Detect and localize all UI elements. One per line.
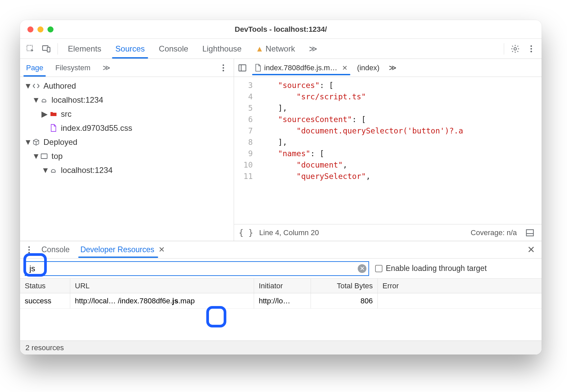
drawer-tab-console[interactable]: Console [36, 242, 75, 258]
tabs-overflow[interactable]: ≫ [303, 39, 323, 58]
cell-bytes: 806 [311, 293, 378, 308]
lineno: 11 [234, 171, 253, 182]
main-toolbar: Elements Sources Console Lighthouse ▲Net… [20, 39, 542, 59]
tree-label: localhost:1234 [51, 95, 103, 105]
drawer: Console Developer Resources ✕ ✕ ✕ Enable… [20, 241, 542, 355]
devres-footer: 2 resources [20, 340, 542, 355]
subtabs-overflow[interactable]: ≫ [97, 60, 116, 76]
col-total-bytes[interactable]: Total Bytes [311, 279, 378, 293]
col-error[interactable]: Error [378, 279, 542, 293]
checkbox-icon [375, 265, 382, 272]
svg-point-7 [223, 64, 224, 66]
enable-loading-checkbox[interactable]: Enable loading through target [375, 264, 487, 273]
tree-authored[interactable]: ▼Authored [20, 79, 234, 93]
tab-network[interactable]: ▲Network [250, 39, 301, 58]
settings-icon[interactable] [508, 42, 522, 56]
drawer-tab-label: Developer Resources [80, 245, 154, 254]
lineno: 8 [234, 136, 253, 148]
kebab-menu-icon[interactable] [524, 42, 538, 56]
tab-lighthouse[interactable]: Lighthouse [196, 39, 247, 58]
svg-point-15 [28, 246, 30, 248]
tab-console[interactable]: Console [153, 39, 194, 58]
svg-point-5 [531, 48, 532, 50]
code-content: "sources": [ "src/script.ts" ], "sources… [257, 77, 463, 224]
svg-rect-13 [527, 229, 534, 236]
cell-url: http://local… /index.7808df6e.js.map [70, 293, 254, 308]
cell-initiator: http://lo… [254, 293, 311, 308]
file-tab-active[interactable]: index.7808df6e.js.m… ✕ [251, 61, 352, 75]
tab-elements[interactable]: Elements [62, 39, 107, 58]
svg-point-3 [514, 47, 516, 50]
drawer-tabs: Console Developer Resources ✕ ✕ [20, 241, 542, 259]
sources-body: ▼Authored ▼localhost:1234 ▶src index.d97… [20, 77, 542, 241]
tree-label: Authored [43, 81, 76, 91]
tab-sources[interactable]: Sources [109, 39, 151, 58]
drawer-tab-devres[interactable]: Developer Resources ✕ [75, 242, 170, 258]
tree-folder-src[interactable]: ▶src [20, 107, 234, 121]
format-brackets-icon[interactable]: { } [239, 228, 253, 237]
inspect-element-icon[interactable] [23, 42, 37, 56]
file-tab-label: index.7808df6e.js.m… [264, 64, 337, 72]
svg-rect-12 [41, 154, 47, 159]
subtab-filesystem[interactable]: Filesystem [49, 60, 96, 76]
tree-host-deployed[interactable]: ▼localhost:1234 [20, 163, 234, 177]
svg-rect-2 [47, 47, 50, 52]
close-tab-icon[interactable]: ✕ [342, 64, 348, 72]
lineno: 3 [234, 80, 253, 91]
lineno: 7 [234, 125, 253, 136]
warning-icon: ▲ [256, 44, 264, 53]
svg-point-9 [223, 70, 224, 71]
lineno: 4 [234, 91, 253, 102]
devtools-window: DevTools - localhost:1234/ Elements Sour… [20, 20, 542, 355]
lineno: 9 [234, 148, 253, 159]
toggle-navigator-icon[interactable] [235, 61, 249, 75]
navigator-tabs: Page Filesystem ≫ [20, 59, 234, 77]
tree-top[interactable]: ▼top [20, 149, 234, 163]
col-url[interactable]: URL [70, 279, 254, 293]
tab-network-label: Network [265, 44, 295, 53]
titlebar: DevTools - localhost:1234/ [20, 20, 542, 39]
editor-tabs-overflow[interactable]: ≫ [385, 61, 401, 75]
tree-label: top [51, 152, 63, 161]
tree-label: Deployed [43, 137, 77, 147]
svg-point-17 [28, 252, 30, 253]
editor-tabs: index.7808df6e.js.m… ✕ (index) ≫ [234, 59, 542, 77]
svg-point-8 [223, 67, 224, 69]
devres-table-header: Status URL Initiator Total Bytes Error [20, 279, 542, 293]
line-gutter: 3 4 5 6 7 8 9 10 11 [234, 77, 257, 224]
editor-panel: 3 4 5 6 7 8 9 10 11 "sources": [ "src/sc… [234, 77, 542, 241]
secondary-toolbar: Page Filesystem ≫ index.7808df6e.js.m… ✕… [20, 59, 542, 77]
cell-status: success [20, 293, 70, 308]
tree-file-css[interactable]: index.d9703d55.css [20, 121, 234, 135]
tree-label: src [61, 109, 72, 119]
subtab-page[interactable]: Page [20, 60, 49, 76]
table-row[interactable]: success http://local… /index.7808df6e.js… [20, 293, 542, 309]
checkbox-label: Enable loading through target [386, 264, 487, 273]
editor-statusbar: { } Line 4, Column 20 Coverage: n/a [234, 224, 542, 241]
drawer-menu-icon[interactable] [22, 243, 36, 257]
svg-rect-10 [239, 65, 246, 71]
close-drawer-icon[interactable]: ✕ [523, 244, 540, 255]
svg-point-6 [531, 51, 532, 52]
col-status[interactable]: Status [20, 279, 70, 293]
lineno: 5 [234, 102, 253, 114]
divider [58, 43, 58, 55]
device-toolbar-icon[interactable] [39, 42, 53, 56]
filter-input[interactable] [25, 261, 369, 276]
col-initiator[interactable]: Initiator [254, 279, 311, 293]
svg-point-4 [531, 45, 532, 47]
devres-table-body: success http://local… /index.7808df6e.js… [20, 293, 542, 340]
close-tab-icon[interactable]: ✕ [158, 245, 165, 254]
clear-filter-icon[interactable]: ✕ [358, 264, 366, 273]
tree-deployed[interactable]: ▼Deployed [20, 135, 234, 149]
navigator-more-icon[interactable] [216, 61, 230, 75]
tree-host-authored[interactable]: ▼localhost:1234 [20, 93, 234, 107]
file-tree: ▼Authored ▼localhost:1234 ▶src index.d97… [20, 77, 234, 241]
devres-toolbar: ✕ Enable loading through target [20, 259, 542, 279]
code-editor[interactable]: 3 4 5 6 7 8 9 10 11 "sources": [ "src/sc… [234, 77, 542, 224]
toggle-details-icon[interactable] [523, 226, 537, 240]
file-tab-index[interactable]: (index) [353, 61, 383, 75]
filter-input-wrap: ✕ [25, 261, 369, 276]
tree-label: index.d9703d55.css [61, 123, 132, 133]
file-icon [255, 64, 261, 72]
